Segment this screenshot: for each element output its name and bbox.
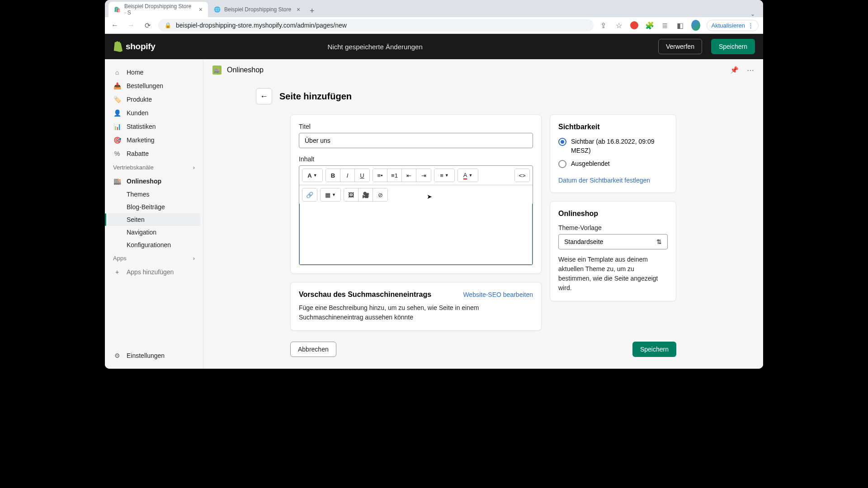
browser-update-button[interactable]: Aktualisieren ⋮ (707, 20, 759, 31)
browser-tab[interactable]: 🌐 Beispiel Dropshipping Store × (208, 2, 306, 17)
template-label: Theme-Vorlage (558, 224, 668, 231)
table-dropdown[interactable]: ▦▼ (321, 188, 340, 201)
store-icon: 🏬 (113, 177, 121, 185)
save-button-bottom[interactable]: Speichern (632, 342, 676, 357)
plus-icon: + (113, 268, 121, 276)
content-label: Inhalt (299, 155, 533, 163)
sidebar-item-discounts[interactable]: %Rabatte (105, 147, 203, 160)
bold-button[interactable]: B (326, 169, 340, 182)
extensions-icon[interactable]: 🧩 (645, 21, 654, 30)
profile-avatar[interactable] (691, 21, 700, 30)
template-heading: Onlineshop (558, 210, 668, 218)
set-visibility-date-link[interactable]: Datum der Sichtbarkeit festlegen (558, 177, 650, 184)
address-bar: ← → ⟳ 🔒 beispiel-dropshipping-store.mysh… (105, 17, 763, 34)
sidebar-item-analytics[interactable]: 📊Statistiken (105, 120, 203, 133)
sidebar-sub-navigation[interactable]: Navigation (105, 226, 203, 239)
seo-heading: Vorschau des Suchmaschineneintrags (299, 291, 431, 299)
favicon-icon: 🛍️ (114, 6, 121, 13)
card-seo: Vorschau des Suchmaschineneintrags Websi… (290, 282, 542, 331)
app-top-bar: shopify Nicht gespeicherte Änderungen Ve… (105, 34, 763, 59)
radio-hidden[interactable]: Ausgeblendet (558, 160, 668, 169)
sidebar-item-onlinestore[interactable]: 🏬Onlineshop (105, 174, 203, 188)
rich-text-editor: A▼ B I U ≡• ≡1 (299, 165, 533, 265)
extension-red-icon[interactable] (630, 21, 639, 30)
unsaved-changes-message: Nicht gespeicherte Änderungen (105, 43, 649, 51)
url-input[interactable]: 🔒 beispiel-dropshipping-store.myshopify.… (158, 19, 594, 32)
cancel-button[interactable]: Abbrechen (290, 342, 336, 357)
browser-tab-active[interactable]: 🛍️ Beispiel Dropshipping Store · S × (108, 2, 208, 17)
back-icon[interactable]: ← (109, 20, 120, 31)
sidebar-item-orders[interactable]: 📥Bestellungen (105, 79, 203, 93)
align-dropdown[interactable]: ≡▼ (434, 169, 454, 182)
sidebar-item-customers[interactable]: 👤Kunden (105, 106, 203, 120)
chevron-right-icon[interactable]: › (193, 164, 195, 171)
reading-list-icon[interactable]: ≣ (660, 21, 670, 30)
sidebar-section-channels: Vertriebskanäle › (105, 160, 203, 174)
select-caret-icon: ⇅ (656, 238, 662, 245)
sidebar-item-marketing[interactable]: 🎯Marketing (105, 133, 203, 147)
forward-icon[interactable]: → (126, 20, 137, 31)
save-button-top[interactable]: Speichern (711, 39, 755, 54)
card-template: Onlineshop Theme-Vorlage Standardseite ⇅… (550, 201, 676, 301)
sidebar-item-add-apps[interactable]: +Apps hinzufügen (105, 265, 203, 279)
channel-name: Onlineshop (227, 66, 264, 74)
share-icon[interactable]: ⇪ (599, 21, 608, 30)
tabs-dropdown-icon[interactable]: ⌄ (746, 11, 760, 17)
visibility-heading: Sichtbarkeit (558, 123, 668, 131)
gear-icon: ⚙ (113, 352, 121, 360)
sidebar-sub-themes[interactable]: Themes (105, 188, 203, 201)
underline-button[interactable]: U (355, 169, 369, 182)
color-dropdown[interactable]: A▼ (458, 169, 478, 182)
title-label: Titel (299, 123, 533, 130)
tab-title: Beispiel Dropshipping Store (224, 6, 291, 13)
panel-icon[interactable]: ◧ (676, 21, 685, 30)
lock-icon: 🔒 (165, 22, 171, 28)
sidebar-sub-blog[interactable]: Blog-Beiträge (105, 201, 203, 213)
onlinestore-icon: 🏬 (212, 66, 222, 75)
number-list-button[interactable]: ≡1 (387, 169, 402, 182)
indent-button[interactable]: ⇥ (416, 169, 431, 182)
sidebar-sub-prefs[interactable]: Konfigurationen (105, 239, 203, 251)
content-textarea[interactable] (299, 204, 533, 265)
image-button[interactable]: 🖼 (344, 188, 359, 201)
chart-icon: 📊 (113, 122, 121, 131)
video-button[interactable]: 🎥 (359, 188, 373, 201)
reload-icon[interactable]: ⟳ (142, 20, 153, 31)
kebab-icon: ⋮ (748, 22, 754, 29)
italic-button[interactable]: I (340, 169, 355, 182)
discard-button[interactable]: Verwerfen (658, 39, 702, 54)
new-tab-button[interactable]: + (306, 5, 318, 17)
main-content: 🏬 Onlineshop 📌 ⋯ ← Seite hinzufügen Ti (203, 59, 763, 369)
template-select[interactable]: Standardseite ⇅ (558, 234, 668, 249)
tab-title: Beispiel Dropshipping Store · S (124, 3, 193, 16)
more-icon[interactable]: ⋯ (747, 66, 754, 75)
sidebar-section-apps: Apps › (105, 251, 203, 265)
html-button[interactable]: <> (515, 169, 529, 182)
back-button[interactable]: ← (256, 88, 272, 104)
link-button[interactable]: 🔗 (302, 188, 317, 201)
rte-toolbar-row-2: 🔗 ▦▼ 🖼 🎥 ⊘ (299, 185, 533, 204)
bullet-list-button[interactable]: ≡• (373, 169, 387, 182)
seo-edit-link[interactable]: Website-SEO bearbeiten (463, 291, 533, 298)
close-icon[interactable]: × (297, 6, 300, 13)
sidebar-item-settings[interactable]: ⚙Einstellungen (105, 349, 203, 362)
page-header: 🏬 Onlineshop 📌 ⋯ (203, 59, 763, 81)
sidebar-sub-pages[interactable]: Seiten (108, 213, 200, 226)
pin-icon[interactable]: 📌 (730, 66, 739, 75)
star-icon[interactable]: ☆ (614, 21, 623, 30)
outdent-button[interactable]: ⇤ (402, 169, 416, 182)
rte-toolbar-row-1: A▼ B I U ≡• ≡1 (299, 166, 533, 185)
sidebar-item-home[interactable]: ⌂Home (105, 66, 203, 79)
browser-tab-strip: 🛍️ Beispiel Dropshipping Store · S × 🌐 B… (105, 0, 763, 17)
clear-format-button[interactable]: ⊘ (373, 188, 387, 201)
target-icon: 🎯 (113, 136, 121, 144)
title-input[interactable] (299, 133, 533, 148)
seo-description: Füge eine Beschreibung hinzu, um zu sehe… (299, 303, 533, 322)
sidebar-item-products[interactable]: 🏷️Produkte (105, 93, 203, 106)
radio-checked-icon (558, 138, 566, 146)
radio-visible[interactable]: Sichtbar (ab 16.8.2022, 09:09 MESZ) (558, 137, 668, 155)
format-dropdown[interactable]: A▼ (302, 169, 322, 182)
close-icon[interactable]: × (199, 6, 203, 13)
card-visibility: Sichtbarkeit Sichtbar (ab 16.8.2022, 09:… (550, 114, 676, 193)
chevron-right-icon[interactable]: › (193, 255, 195, 262)
